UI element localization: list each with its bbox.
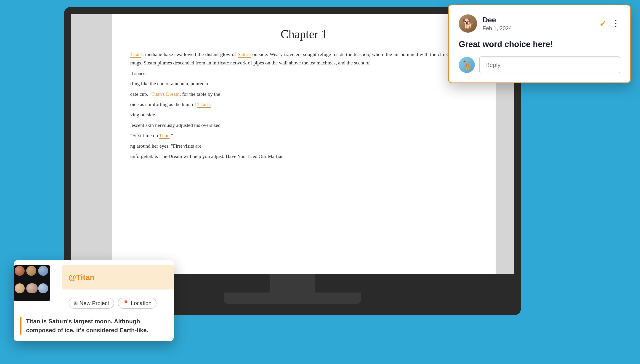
planet-2 <box>26 266 36 276</box>
doc-paragraph-3: rling like the end of a nebula, poured a <box>130 79 478 88</box>
comment-text: Great word choice here! <box>459 40 620 49</box>
document-container: Chapter 1 Titan's methane haze swallowed… <box>71 14 514 274</box>
check-icon[interactable]: ✓ <box>599 18 607 29</box>
doc-paragraph-6: ving outside. <box>130 110 478 119</box>
comment-header: 🐕 Dee Feb 1, 2024 ✓ ⋮ <box>459 14 620 33</box>
comment-date: Feb 1, 2024 <box>482 25 599 32</box>
planet-4 <box>14 283 25 294</box>
planet-5 <box>26 283 38 294</box>
tag-location[interactable]: 📍 Location <box>118 298 156 309</box>
comment-actions: ✓ ⋮ <box>599 18 620 29</box>
link-card: 🔒 ⋮ ⊞ New Project 📍 Location Titan is Sa… <box>14 260 174 341</box>
doc-paragraph-10: unforgettable. The Dream will help you a… <box>130 152 478 160</box>
new-project-icon: ⊞ <box>74 300 78 306</box>
comment-user-name: Dee <box>482 16 599 24</box>
monitor-screen: Chapter 1 Titan's methane haze swallowed… <box>71 14 514 274</box>
link-card-image <box>14 265 50 302</box>
doc-paragraph-5: oice as comforting as the hum of Titan's <box>130 100 478 108</box>
highlight-titans-dream: Titan's Dream <box>152 91 180 97</box>
comment-popup: 🐕 Dee Feb 1, 2024 ✓ ⋮ Great word choice … <box>448 4 631 83</box>
planet-3 <box>38 266 48 276</box>
comment-reply-area: 🦒 <box>459 56 620 73</box>
doc-paragraph-4: cate cup. "Titan's Dream, for the table … <box>130 90 478 98</box>
doc-sidebar-left <box>71 14 112 274</box>
tag-location-label: Location <box>131 300 152 306</box>
chapter-title: Chapter 1 <box>130 28 478 41</box>
doc-main: Chapter 1 Titan's methane haze swallowed… <box>112 14 496 274</box>
doc-paragraph: Titan's methane haze swallowed the dista… <box>130 50 478 67</box>
monitor-stand-neck <box>270 274 315 292</box>
link-card-accent-border <box>20 317 22 335</box>
giraffe-avatar-image: 🦒 <box>459 57 475 73</box>
link-card-description: Titan is Saturn's largest moon. Although… <box>26 317 167 335</box>
comment-user-avatar: 🐕 <box>459 14 477 33</box>
more-options-icon[interactable]: ⋮ <box>612 19 620 28</box>
doc-paragraph-9: ng around her eyes. "First visits are <box>130 142 478 150</box>
reply-user-avatar: 🦒 <box>459 57 475 73</box>
link-card-search-input[interactable] <box>68 270 169 284</box>
dog-avatar-image: 🐕 <box>459 14 477 33</box>
doc-paragraph-2: ll space. <box>130 69 478 78</box>
highlight-titan3: Titan <box>159 132 170 139</box>
link-card-description-area: Titan is Saturn's largest moon. Although… <box>14 312 174 341</box>
planet-6 <box>38 283 48 294</box>
tag-new-project-label: New Project <box>80 300 109 306</box>
location-icon: 📍 <box>123 300 129 306</box>
tag-new-project[interactable]: ⊞ New Project <box>68 298 114 309</box>
highlight-titan1: Titan <box>130 52 141 58</box>
monitor-stand-base <box>224 292 361 304</box>
highlight-titans2: Titan's <box>197 102 210 108</box>
link-card-tags: ⊞ New Project 📍 Location <box>62 293 174 309</box>
reply-input[interactable] <box>479 56 620 73</box>
doc-paragraph-7: lescent skin nervously adjusted his over… <box>130 121 478 129</box>
comment-user-info: Dee Feb 1, 2024 <box>482 16 599 32</box>
titan-spheres <box>14 265 50 302</box>
planet-1 <box>14 266 25 276</box>
highlight-saturn: Saturn <box>238 52 251 58</box>
doc-paragraph-8: "First time on Titan." <box>130 131 478 140</box>
link-card-header: 🔒 ⋮ <box>62 265 174 290</box>
